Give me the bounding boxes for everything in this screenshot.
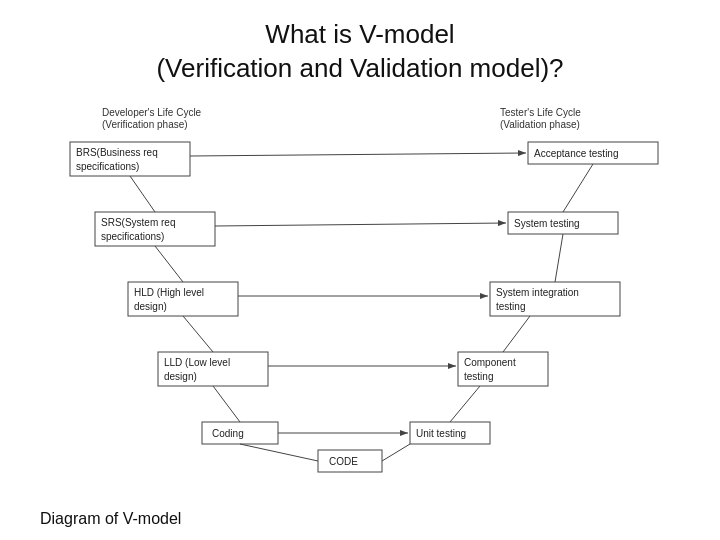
test-lifecycle-label: Tester's Life Cycle [500,107,581,118]
diagram-of-label: Diagram of V-model [40,510,181,527]
dev-lifecycle-label: Developer's Life Cycle [102,107,202,118]
lld-label: LLD (Low level [164,357,230,368]
unit-label: Unit testing [416,428,466,439]
sys-int-label: System integration [496,287,579,298]
page: What is V-model (Verification and Valida… [0,0,720,540]
line-component-sysint [503,316,530,352]
system-label: System testing [514,218,580,229]
line-coding-code [240,444,318,461]
page-title: What is V-model (Verification and Valida… [0,0,720,92]
diagram-of-vmodel: Diagram of V-model [40,510,181,528]
srs-label2: specifications) [101,231,164,242]
arrow-brs-acceptance [190,153,526,156]
line-system-acceptance [563,164,593,212]
arrow-srs-system [215,223,506,226]
lld-label2: design) [164,371,197,382]
diagram-area: Developer's Life Cycle (Verification pha… [40,94,680,494]
coding-label: Coding [212,428,244,439]
line-srs-hld [155,246,183,282]
line-sysint-system [555,234,563,282]
dev-phase-label: (Verification phase) [102,119,188,130]
brs-label2: specifications) [76,161,139,172]
line-unit-component [450,386,480,422]
hld-label2: design) [134,301,167,312]
hld-label: HLD (High level [134,287,204,298]
sys-int-label2: testing [496,301,525,312]
line-code-unit [382,444,410,461]
vmodel-diagram: Developer's Life Cycle (Verification pha… [40,94,680,484]
line-lld-coding [213,386,240,422]
line-hld-lld [183,316,213,352]
title-line2: (Verification and Validation model)? [0,52,720,86]
code-label: CODE [329,456,358,467]
srs-label: SRS(System req [101,217,175,228]
line-brs-srs [130,176,155,212]
test-phase-label: (Validation phase) [500,119,580,130]
title-line1: What is V-model [0,18,720,52]
component-label2: testing [464,371,493,382]
brs-label: BRS(Business req [76,147,158,158]
component-label: Component [464,357,516,368]
acceptance-label: Acceptance testing [534,148,619,159]
